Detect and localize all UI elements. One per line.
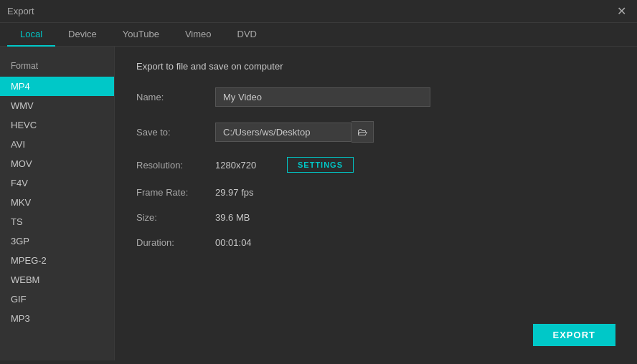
format-item-wmv[interactable]: WMV <box>0 96 114 115</box>
export-button[interactable]: EXPORT <box>533 324 615 346</box>
settings-button[interactable]: SETTINGS <box>287 157 354 173</box>
save-to-field-row: Save to: 🗁 <box>136 121 615 143</box>
resolution-label: Resolution: <box>136 160 215 171</box>
format-item-3gp[interactable]: 3GP <box>0 231 114 251</box>
duration-field-row: Duration: 00:01:04 <box>136 237 615 248</box>
format-item-mkv[interactable]: MKV <box>0 193 114 212</box>
size-value: 39.6 MB <box>215 212 250 223</box>
format-item-mp4[interactable]: MP4 <box>0 77 114 96</box>
folder-icon: 🗁 <box>357 126 367 138</box>
duration-label: Duration: <box>136 237 215 248</box>
tab-dvd[interactable]: DVD <box>225 23 270 47</box>
tab-youtube[interactable]: YouTube <box>110 23 172 47</box>
resolution-value: 1280x720 <box>215 160 287 171</box>
framerate-value: 29.97 fps <box>215 187 254 198</box>
format-sidebar: Format MP4 WMV HEVC AVI MOV F4V MKV TS 3… <box>0 47 115 360</box>
close-button[interactable]: ✕ <box>613 4 630 19</box>
save-to-label: Save to: <box>136 127 215 138</box>
export-content: Export to file and save on computer Name… <box>115 47 637 360</box>
save-to-input-group: 🗁 <box>215 121 374 143</box>
size-label: Size: <box>136 212 215 223</box>
format-item-f4v[interactable]: F4V <box>0 173 114 193</box>
framerate-label: Frame Rate: <box>136 187 215 198</box>
content-title: Export to file and save on computer <box>136 61 615 72</box>
name-field-row: Name: <box>136 87 615 107</box>
footer: EXPORT <box>533 324 615 346</box>
title-bar: Export ✕ <box>0 0 637 23</box>
format-item-mpeg2[interactable]: MPEG-2 <box>0 251 114 270</box>
duration-value: 00:01:04 <box>215 237 252 248</box>
browse-folder-button[interactable]: 🗁 <box>351 121 374 143</box>
tab-device[interactable]: Device <box>55 23 110 47</box>
tab-local[interactable]: Local <box>7 23 55 47</box>
format-item-mp3[interactable]: MP3 <box>0 309 114 328</box>
tab-vimeo[interactable]: Vimeo <box>172 23 225 47</box>
name-input[interactable] <box>215 87 430 107</box>
size-field-row: Size: 39.6 MB <box>136 212 615 223</box>
format-item-ts[interactable]: TS <box>0 212 114 231</box>
format-label: Format <box>0 57 114 77</box>
resolution-value-group: 1280x720 SETTINGS <box>215 157 354 173</box>
name-label: Name: <box>136 92 215 102</box>
format-item-hevc[interactable]: HEVC <box>0 115 114 135</box>
format-item-gif[interactable]: GIF <box>0 289 114 309</box>
tab-bar: Local Device YouTube Vimeo DVD <box>0 23 637 47</box>
save-to-input[interactable] <box>215 123 351 142</box>
format-item-mov[interactable]: MOV <box>0 154 114 173</box>
dialog-title: Export <box>7 6 34 16</box>
format-item-webm[interactable]: WEBM <box>0 270 114 289</box>
resolution-field-row: Resolution: 1280x720 SETTINGS <box>136 157 615 173</box>
framerate-field-row: Frame Rate: 29.97 fps <box>136 187 615 198</box>
main-area: Format MP4 WMV HEVC AVI MOV F4V MKV TS 3… <box>0 47 637 360</box>
format-item-avi[interactable]: AVI <box>0 135 114 154</box>
